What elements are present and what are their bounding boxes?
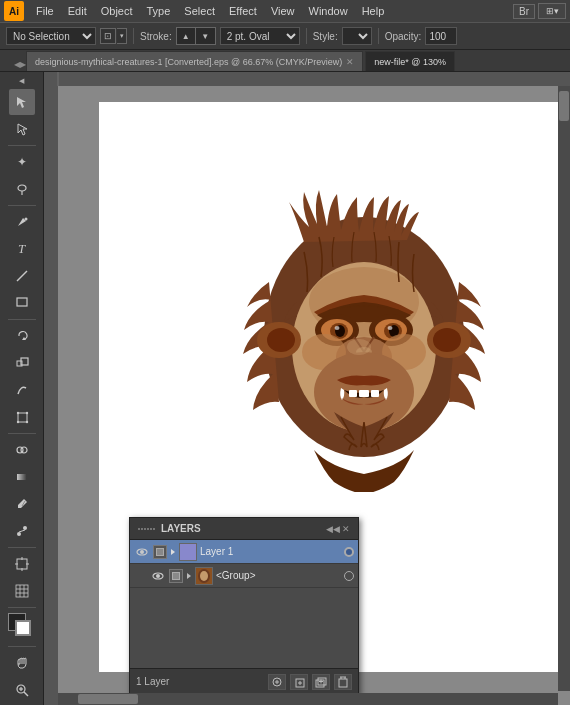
toolbar-top-arrows: ◀ [11,76,33,86]
group-visibility[interactable] [150,568,166,584]
new-sublayer-btn[interactable] [290,674,308,690]
layer-1-visibility[interactable] [134,544,150,560]
svg-rect-60 [359,390,369,397]
menu-edit[interactable]: Edit [62,3,93,19]
new-layer-btn[interactable] [312,674,330,690]
layer-1-name: Layer 1 [200,546,341,557]
transform-icon[interactable]: ⊡ [100,28,116,44]
layer-1-expand-arrow[interactable] [170,547,176,557]
warp-tool-btn[interactable] [9,377,35,403]
menu-object[interactable]: Object [95,3,139,19]
style-dropdown[interactable] [342,27,372,45]
layers-panel-header[interactable]: LAYERS ◀◀ ✕ [130,518,358,540]
bridge-btn[interactable]: Br [513,4,535,19]
layers-grip[interactable] [138,528,155,530]
stroke-up[interactable]: ▲ [176,27,196,45]
svg-rect-23 [16,585,28,597]
svg-rect-14 [17,474,27,480]
group-name: <Group> [216,570,341,581]
layers-title: LAYERS [161,523,320,534]
ruler-horizontal: for(let i=0;i<50;i++){ document.write(``… [44,72,570,86]
svg-point-65 [433,328,461,352]
scale-tool-btn[interactable] [9,350,35,376]
delete-layer-btn[interactable] [334,674,352,690]
tab-converted-eps[interactable]: designious-mythical-creatures-1 [Convert… [26,51,363,71]
svg-rect-18 [17,559,27,569]
stroke-label: Stroke: [140,31,172,42]
main-layout: ◀ ✦ T [0,72,570,705]
panel-collapse-left[interactable]: ◀◀ [326,524,340,534]
scrollbar-h-thumb[interactable] [78,694,138,704]
panel-close-btn[interactable]: ✕ [342,524,350,534]
blend-tool-btn[interactable] [9,518,35,544]
panel-header-controls: ◀◀ ✕ [326,524,350,534]
free-transform-btn[interactable] [9,404,35,430]
scrollbar-horizontal[interactable] [58,693,558,705]
svg-point-0 [18,185,26,191]
rotate-tool-btn[interactable] [9,323,35,349]
stroke-type-dropdown[interactable]: 2 pt. Oval [220,27,300,45]
svg-point-2 [24,218,27,221]
opacity-label: Opacity: [385,31,422,42]
layers-panel: LAYERS ◀◀ ✕ [129,517,359,695]
group-expand-arrow[interactable] [186,571,192,581]
layers-footer: 1 Layer [130,668,358,694]
type-tool-btn[interactable]: T [9,236,35,262]
magic-wand-tool-btn[interactable]: ✦ [9,149,35,175]
group-row[interactable]: <Group> [130,564,358,588]
group-lock[interactable] [169,569,183,583]
svg-rect-59 [349,390,357,397]
shape-builder-btn[interactable] [9,437,35,463]
selection-tool-btn[interactable] [9,89,35,115]
svg-point-51 [388,326,393,330]
tab-new-file[interactable]: new-file* @ 130% [365,51,455,71]
lasso-tool-btn[interactable] [9,176,35,202]
make-clipping-mask-btn[interactable] [268,674,286,690]
tab-close-btn[interactable]: ✕ [346,57,354,67]
svg-line-29 [24,692,28,696]
stroke-box[interactable] [15,620,31,636]
layer-1-lock[interactable] [153,545,167,559]
menu-select[interactable]: Select [178,3,221,19]
scrollbar-v-thumb[interactable] [559,91,569,121]
line-tool-btn[interactable] [9,263,35,289]
zoom-tool-btn[interactable] [9,677,35,703]
svg-point-63 [267,328,295,352]
menu-type[interactable]: Type [141,3,177,19]
menu-view[interactable]: View [265,3,301,19]
menu-effect[interactable]: Effect [223,3,263,19]
svg-rect-61 [371,390,379,397]
group-target[interactable] [344,571,354,581]
menu-bar: Ai File Edit Object Type Select Effect V… [0,0,570,22]
ruler-vertical: for(let i=0;i<70;i++){ document.write(``… [44,86,58,705]
layer-1-target[interactable] [344,547,354,557]
transform-dropdown-arrow[interactable]: ▾ [117,28,127,44]
eyedropper-btn[interactable] [9,491,35,517]
direct-selection-tool-btn[interactable] [9,116,35,142]
svg-point-68 [140,550,144,554]
pen-tool-btn[interactable] [9,209,35,235]
layer-1-row[interactable]: Layer 1 [130,540,358,564]
menu-file[interactable]: File [30,3,60,19]
canvas-area[interactable]: for(let i=0;i<50;i++){ document.write(``… [44,72,570,705]
slice-tool-btn[interactable] [9,578,35,604]
menu-window[interactable]: Window [303,3,354,19]
hand-tool-btn[interactable] [9,650,35,676]
tab-scroll-arrows[interactable]: ◀▶ [14,60,26,69]
selection-dropdown[interactable]: No Selection [6,27,96,45]
color-boxes[interactable] [8,613,36,641]
rectangle-tool-btn[interactable] [9,290,35,316]
menu-help[interactable]: Help [356,3,391,19]
gradient-tool-btn[interactable] [9,464,35,490]
svg-point-8 [16,412,18,414]
scrollbar-vertical[interactable] [558,86,570,691]
workspace-switcher[interactable]: ⊞▾ [538,3,566,19]
group-thumb [195,567,213,585]
svg-rect-36 [44,86,58,705]
svg-rect-32 [44,72,570,86]
stroke-down[interactable]: ▼ [196,27,216,45]
creature-illustration [229,182,499,492]
svg-point-16 [17,532,21,536]
artboard-tool-btn[interactable] [9,551,35,577]
svg-point-17 [23,526,27,530]
